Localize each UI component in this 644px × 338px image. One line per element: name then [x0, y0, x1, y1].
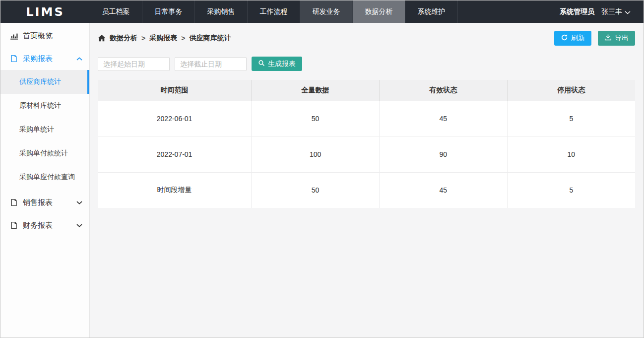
table-cell: 5 — [507, 101, 635, 136]
toolbar: 刷新 导出 — [554, 31, 635, 46]
navbar-tab[interactable]: 员工档案 — [90, 0, 142, 23]
sidebar-subitem[interactable]: 采购单付款统计 — [0, 141, 89, 165]
filter-row: 生成报表 — [98, 57, 635, 71]
breadcrumb-item[interactable]: 数据分析 — [110, 34, 137, 43]
table-body: 2022-06-01504552022-07-011009010时间段增量504… — [98, 101, 635, 208]
generate-report-button[interactable]: 生成报表 — [252, 57, 302, 71]
sidebar-subitem[interactable]: 采购单应付款查询 — [0, 165, 89, 189]
sidebar-subitem[interactable]: 供应商库统计 — [0, 70, 89, 94]
table-cell: 45 — [379, 101, 507, 136]
top-navbar: LIMS 员工档案 日常事务 采购销售 工作流程 研发业务 数据分析 系统维护 … — [0, 0, 644, 23]
sidebar-subitem[interactable]: 原材料库统计 — [0, 94, 89, 118]
start-date-input[interactable] — [98, 57, 170, 71]
breadcrumb-items: 数据分析>采购报表>供应商库统计 — [110, 34, 231, 43]
navbar-tab[interactable]: 研发业务 — [300, 0, 353, 23]
bar-chart-icon — [9, 31, 18, 40]
user-name: 张三丰 — [601, 7, 622, 16]
user-role-label: 系统管理员 — [560, 7, 594, 16]
navbar-tab[interactable]: 数据分析 — [353, 0, 405, 23]
table-cell: 50 — [252, 172, 380, 208]
app-logo: LIMS — [0, 1, 90, 22]
refresh-button[interactable]: 刷新 — [554, 31, 591, 46]
home-icon — [98, 34, 106, 42]
table-cell: 5 — [507, 172, 635, 208]
sidebar-item-0[interactable]: 首页概览 — [0, 24, 89, 47]
table-header-row: 时间范围全量数据有效状态停用状态 — [98, 80, 635, 101]
table-column-header: 时间范围 — [98, 80, 252, 101]
navbar-tab[interactable]: 日常事务 — [142, 0, 195, 23]
refresh-icon — [561, 34, 568, 43]
navbar-tab[interactable]: 系统维护 — [405, 0, 458, 23]
navbar-tab[interactable]: 工作流程 — [248, 0, 300, 23]
main-content: 数据分析>采购报表>供应商库统计 刷新 导出 — [90, 23, 644, 338]
table-cell: 45 — [379, 172, 507, 208]
breadcrumb-item[interactable]: 采购报表 — [149, 34, 177, 43]
active-indicator — [87, 70, 89, 94]
sidebar-item-3[interactable]: 财务报表 — [0, 214, 89, 237]
navbar-tabs: 员工档案 日常事务 采购销售 工作流程 研发业务 数据分析 系统维护 — [90, 0, 458, 23]
table-column-header: 有效状态 — [379, 80, 507, 101]
chevron-down-icon — [76, 201, 82, 204]
report-table-wrap: 时间范围全量数据有效状态停用状态 2022-06-01504552022-07-… — [98, 80, 635, 208]
table-cell: 时间段增量 — [98, 172, 252, 208]
breadcrumb-separator: > — [181, 34, 185, 42]
sidebar-subitem[interactable]: 采购单统计 — [0, 118, 89, 141]
report-table: 时间范围全量数据有效状态停用状态 2022-06-01504552022-07-… — [98, 80, 635, 208]
breadcrumb-item[interactable]: 供应商库统计 — [189, 34, 231, 43]
table-column-header: 停用状态 — [507, 80, 635, 101]
user-menu[interactable]: 张三丰 — [601, 7, 631, 16]
sidebar-item-2[interactable]: 销售报表 — [0, 191, 89, 214]
sidebar: 首页概览 采购报表 供应商库统计 原材料库统计 采购单统计 采购单付款统计 采购… — [0, 23, 90, 338]
report-icon — [9, 221, 18, 230]
app-window: LIMS 员工档案 日常事务 采购销售 工作流程 研发业务 数据分析 系统维护 … — [0, 0, 644, 338]
table-row: 2022-06-0150455 — [98, 101, 635, 136]
table-column-header: 全量数据 — [252, 80, 380, 101]
table-row: 时间段增量50455 — [98, 172, 635, 208]
chevron-down-icon — [625, 8, 631, 16]
chevron-up-icon — [76, 57, 82, 61]
table-row: 2022-07-011009010 — [98, 136, 635, 172]
navbar-user-area: 系统管理员 张三丰 — [560, 0, 644, 23]
report-icon — [9, 198, 18, 207]
chevron-down-icon — [76, 224, 82, 227]
table-cell: 10 — [507, 136, 635, 172]
end-date-input[interactable] — [175, 57, 247, 71]
report-icon — [9, 54, 18, 63]
table-cell: 2022-06-01 — [98, 101, 252, 136]
table-cell: 100 — [252, 136, 380, 172]
search-icon — [258, 60, 265, 68]
export-button[interactable]: 导出 — [598, 31, 635, 46]
table-cell: 90 — [379, 136, 507, 172]
sidebar-menu: 首页概览 采购报表 供应商库统计 原材料库统计 采购单统计 采购单付款统计 采购… — [0, 24, 89, 237]
download-icon — [604, 34, 612, 43]
navbar-tab[interactable]: 采购销售 — [195, 0, 248, 23]
sidebar-item-1[interactable]: 采购报表 — [0, 47, 89, 70]
breadcrumb-separator: > — [141, 34, 145, 42]
breadcrumb: 数据分析>采购报表>供应商库统计 — [98, 34, 231, 43]
table-cell: 2022-07-01 — [98, 136, 252, 172]
breadcrumb-row: 数据分析>采购报表>供应商库统计 刷新 导出 — [98, 30, 635, 46]
table-cell: 50 — [252, 101, 380, 136]
